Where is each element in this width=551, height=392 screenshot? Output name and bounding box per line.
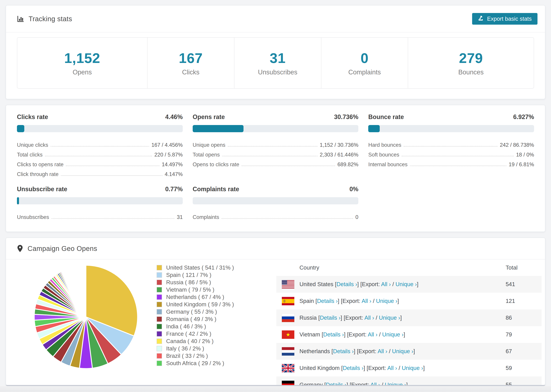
- legend-swatch: [156, 346, 162, 351]
- total-cell: 121: [506, 298, 542, 304]
- geo-table-row-de: Germany [Details ›] [Export: All › / Uni…: [276, 377, 542, 386]
- details-link[interactable]: Details ›: [336, 281, 357, 287]
- stat-complaints: 0Complaints: [321, 38, 408, 88]
- legend-label: Spain ( 121 / 7% ): [166, 272, 211, 278]
- rates-card: Clicks rate4.46%Unique clicks167 / 4.456…: [6, 105, 545, 232]
- legend-item: Romania ( 49 / 3% ): [156, 315, 276, 323]
- rate-detail-row: Click through rate4.147%: [17, 168, 183, 177]
- legend-item: South Africa ( 29 / 2% ): [156, 359, 276, 367]
- export-icon: [478, 15, 484, 23]
- country-cell: Netherlands [Details ›] [Export: All › /…: [299, 348, 506, 355]
- rate-progress-bar: [193, 197, 359, 204]
- export-unique-link[interactable]: Unique ›: [385, 382, 406, 386]
- flag-nl-icon: [282, 347, 294, 356]
- map-pin-icon: [17, 245, 23, 252]
- total-cell: 79: [506, 331, 542, 338]
- export-all-link[interactable]: All ›: [378, 348, 387, 354]
- rate-detail-label: Opens to clicks rate: [193, 161, 239, 168]
- details-link[interactable]: Details ›: [317, 298, 338, 304]
- legend-label: Canada ( 40 / 2% ): [166, 338, 213, 344]
- stat-clicks: 167Clicks: [147, 38, 234, 88]
- country-name: Netherlands: [299, 348, 330, 354]
- export-unique-link[interactable]: Unique ›: [402, 365, 423, 371]
- dotted-leader: [222, 156, 317, 156]
- rate-detail-value: 242 / 86.738%: [500, 142, 534, 148]
- country-cell: Russia [Details ›] [Export: All › / Uniq…: [299, 315, 506, 321]
- country-cell: United Kingdom [Details ›] [Export: All …: [299, 365, 506, 371]
- legend-swatch: [156, 294, 162, 300]
- export-unique-link[interactable]: Unique ›: [376, 298, 397, 304]
- rate-title: Clicks rate: [17, 113, 48, 121]
- rate-detail-label: Internal bounces: [368, 161, 407, 168]
- rate-detail-value: 4.147%: [165, 171, 183, 177]
- geo-table: CountryTotalUnited States [Details ›] [E…: [276, 259, 542, 385]
- dotted-leader: [61, 175, 162, 176]
- legend-swatch: [156, 361, 162, 366]
- legend-label: France ( 42 / 2% ): [166, 331, 211, 337]
- rate-detail-label: Clicks to opens rate: [17, 161, 64, 168]
- tracking-stats-header: Tracking stats Export basic stats: [6, 6, 545, 33]
- export-all-link[interactable]: All ›: [370, 382, 380, 386]
- country-cell: United States [Details ›] [Export: All ›…: [299, 281, 506, 287]
- export-all-link[interactable]: All ›: [365, 315, 374, 321]
- details-link[interactable]: Details ›: [320, 315, 340, 321]
- geo-table-header: CountryTotal: [276, 259, 542, 276]
- dotted-leader: [404, 146, 497, 147]
- rate-detail-label: Total clicks: [17, 152, 42, 158]
- stat-value: 167: [179, 50, 203, 66]
- rate-detail-row: Unique opens1,152 / 30.736%: [193, 138, 359, 148]
- country-cell: Vietnam [Details ›] [Export: All › / Uni…: [299, 331, 506, 338]
- stat-label: Opens: [72, 69, 92, 76]
- legend-item: Brazil ( 33 / 2% ): [156, 352, 276, 359]
- country-name: United Kingdom: [299, 365, 340, 371]
- total-cell: 59: [506, 365, 542, 371]
- export-unique-link[interactable]: Unique ›: [392, 348, 413, 354]
- stat-value: 31: [270, 50, 286, 66]
- export-all-link[interactable]: All ›: [368, 331, 377, 338]
- legend-label: Russia ( 86 / 5% ): [166, 279, 211, 286]
- rate-progress-bar: [193, 125, 359, 132]
- rate-detail-label: Total opens: [193, 152, 220, 158]
- campaign-geo-opens-card: Campaign Geo Opens United States ( 541 /…: [6, 238, 545, 386]
- details-link[interactable]: Details ›: [323, 331, 344, 338]
- rate-detail-row: Soft bounces18 / 0%: [368, 148, 534, 158]
- legend-swatch: [156, 309, 162, 315]
- export-basic-stats-button[interactable]: Export basic stats: [472, 13, 537, 25]
- legend-item: France ( 42 / 2% ): [156, 330, 276, 337]
- geo-table-row-nl: Netherlands [Details ›] [Export: All › /…: [276, 343, 542, 360]
- legend-item: Spain ( 121 / 7% ): [156, 271, 276, 279]
- total-cell: 86: [506, 315, 542, 321]
- flag-de-icon: [282, 381, 294, 386]
- stat-value: 0: [360, 50, 369, 66]
- rate-detail-row: Unsubscribes31: [17, 210, 183, 220]
- export-all-link[interactable]: All ›: [387, 365, 397, 371]
- column-country: Country: [276, 264, 506, 271]
- geo-table-row-es: Spain [Details ›] [Export: All › / Uniqu…: [276, 293, 542, 309]
- legend-label: Romania ( 49 / 3% ): [166, 316, 216, 322]
- legend-label: Italy ( 36 / 2% ): [166, 345, 204, 352]
- legend-label: United States ( 541 / 31% ): [166, 264, 234, 271]
- rate-value: 0.77%: [165, 186, 183, 193]
- legend-item: India ( 46 / 3% ): [156, 323, 276, 330]
- dotted-leader: [51, 146, 149, 147]
- export-unique-link[interactable]: Unique ›: [382, 331, 404, 338]
- legend-item: Germany ( 55 / 3% ): [156, 308, 276, 315]
- export-all-link[interactable]: All ›: [361, 298, 371, 304]
- page: Tracking stats Export basic stats 1,152O…: [0, 0, 551, 392]
- stat-opens: 1,152Opens: [17, 38, 147, 88]
- rate-detail-value: 31: [177, 214, 183, 220]
- export-all-link[interactable]: All ›: [381, 281, 391, 287]
- legend-swatch: [156, 324, 162, 329]
- rate-panel-unsubscribe-rate: Unsubscribe rate0.77%Unsubscribes31: [17, 186, 183, 220]
- stat-unsubscribes: 31Unsubscribes: [234, 38, 321, 88]
- rate-detail-row: Hard bounces242 / 86.738%: [368, 138, 534, 148]
- details-link[interactable]: Details ›: [343, 365, 363, 371]
- details-link[interactable]: Details ›: [326, 382, 346, 386]
- rate-panel-complaints-rate: Complaints rate0%Complaints0: [193, 186, 359, 220]
- details-link[interactable]: Details ›: [333, 348, 354, 354]
- legend-item: Canada ( 40 / 2% ): [156, 337, 276, 345]
- dotted-leader: [51, 218, 174, 219]
- export-unique-link[interactable]: Unique ›: [379, 315, 400, 321]
- legend-swatch: [156, 265, 162, 270]
- export-unique-link[interactable]: Unique ›: [396, 281, 417, 287]
